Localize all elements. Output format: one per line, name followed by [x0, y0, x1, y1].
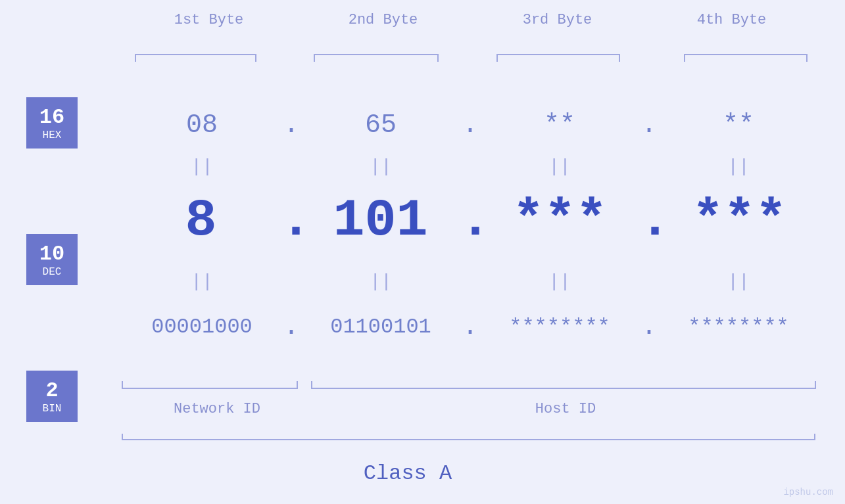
- eq-2-b2: ||: [301, 271, 461, 292]
- column-headers: 1st Byte 2nd Byte 3rd Byte 4th Byte: [122, 12, 819, 28]
- host-bracket: [311, 381, 816, 389]
- eq-1-b2: ||: [301, 156, 461, 177]
- dec-badge: 10 DEC: [26, 234, 78, 285]
- full-bracket: [122, 434, 815, 440]
- bracket-top-2: [314, 54, 439, 62]
- col-header-3: 3rd Byte: [470, 12, 644, 28]
- bin-badge: 2 BIN: [26, 371, 78, 422]
- dec-row: 8 . 101 . *** . ***: [122, 177, 819, 263]
- col-header-4: 4th Byte: [644, 12, 819, 28]
- network-bracket: [122, 381, 298, 389]
- main-container: 1st Byte 2nd Byte 3rd Byte 4th Byte 16 H…: [0, 0, 845, 504]
- bin-b2: 01100101: [301, 315, 461, 339]
- dec-b3: ***: [481, 191, 639, 250]
- bin-dot-2: .: [461, 312, 479, 342]
- eq-2-b1: ||: [122, 271, 282, 292]
- dec-b4: ***: [660, 191, 819, 250]
- bracket-top-3: [496, 54, 620, 62]
- host-id-label: Host ID: [312, 401, 819, 417]
- hex-badge: 16 HEX: [26, 97, 78, 149]
- equals-row-2: || || || ||: [122, 268, 819, 294]
- id-label-row: Network ID Host ID: [122, 401, 819, 417]
- base-labels: 16 HEX 10 DEC 2 BIN: [26, 97, 78, 504]
- eq-1-b1: ||: [122, 156, 282, 177]
- hex-dot-3: .: [640, 110, 658, 140]
- col-header-1: 1st Byte: [122, 12, 296, 28]
- watermark: ipshu.com: [783, 487, 833, 497]
- eq-2-b3: ||: [479, 271, 640, 292]
- eq-1-b3: ||: [479, 156, 640, 177]
- hex-b4: **: [658, 110, 819, 140]
- col-header-2: 2nd Byte: [296, 12, 470, 28]
- bracket-top-1: [135, 54, 256, 62]
- dec-dot-2: .: [460, 191, 481, 250]
- network-id-label: Network ID: [122, 401, 312, 417]
- dec-b1: 8: [122, 191, 280, 250]
- bin-dot-3: .: [640, 312, 658, 342]
- bin-row: 00001000 . 01100101 . ******** . *******…: [122, 299, 819, 355]
- bin-b4: ********: [658, 315, 819, 339]
- hex-b3: **: [479, 110, 640, 140]
- dec-b2: 101: [301, 191, 460, 250]
- bin-b3: ********: [479, 315, 640, 339]
- hex-row: 08 . 65 . ** . **: [122, 97, 819, 153]
- bracket-top-4: [684, 54, 808, 62]
- class-label: Class A: [0, 461, 815, 486]
- equals-row-1: || || || ||: [122, 153, 819, 179]
- dec-dot-1: .: [280, 191, 301, 250]
- bin-b1: 00001000: [122, 315, 282, 339]
- hex-dot-1: .: [282, 110, 301, 140]
- eq-2-b4: ||: [658, 271, 819, 292]
- dec-dot-3: .: [639, 191, 660, 250]
- eq-1-b4: ||: [658, 156, 819, 177]
- hex-b1: 08: [122, 110, 282, 140]
- bin-dot-1: .: [282, 312, 301, 342]
- hex-b2: 65: [301, 110, 461, 140]
- hex-dot-2: .: [461, 110, 479, 140]
